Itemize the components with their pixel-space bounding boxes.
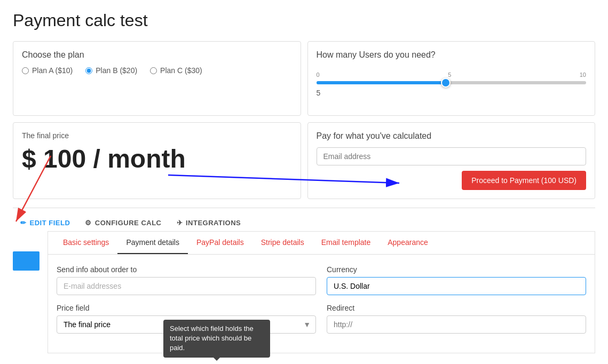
tab-paypal-details[interactable]: PayPal details <box>188 232 252 254</box>
pencil-icon: ✏ <box>20 219 27 227</box>
sidebar-stub <box>13 231 48 353</box>
plan-b-radio[interactable] <box>85 67 92 74</box>
redirect-group: Redirect <box>327 304 586 334</box>
users-panel-title: How many Users do you need? <box>317 50 587 60</box>
tab-basic-settings[interactable]: Basic settings <box>54 232 117 254</box>
plan-c-radio[interactable] <box>150 67 157 74</box>
price-field-label: Price field <box>57 304 316 312</box>
payment-panel: Pay for what you've calculated Proceed t… <box>307 122 596 199</box>
currency-group: Currency <box>327 265 586 295</box>
send-icon: ✈ <box>177 219 183 227</box>
slider-labels: 0 5 10 <box>317 72 587 78</box>
price-panel: The final price $ 100 / month <box>13 122 301 199</box>
price-field-group: Price field The final price ▼ Select whi… <box>57 304 316 334</box>
slider-container: 0 5 10 5 <box>317 66 587 102</box>
final-price-value: $ 100 / month <box>22 144 292 173</box>
tab-stripe-details[interactable]: Stripe details <box>252 232 313 254</box>
proceed-button[interactable]: Proceed to Payment (100 USD) <box>462 171 586 190</box>
send-info-input[interactable] <box>57 277 316 295</box>
redirect-input[interactable] <box>327 315 586 334</box>
plan-panel: Choose the plan Plan A ($10) Plan B ($20… <box>13 41 301 116</box>
tab-appearance[interactable]: Appearance <box>379 232 437 254</box>
configure-calc-button[interactable]: ⚙ CONFIGURE CALC <box>77 215 169 231</box>
page-container: Payment calc test Choose the plan Plan A… <box>0 0 608 364</box>
plan-a-radio[interactable] <box>22 67 29 74</box>
final-price-label: The final price <box>22 131 292 140</box>
slider-thumb[interactable] <box>441 78 451 88</box>
slider-track <box>317 81 587 84</box>
tooltip: Select which field holds the total price… <box>163 320 270 358</box>
edit-field-button[interactable]: ✏ EDIT FIELD <box>13 215 77 231</box>
plan-a-label[interactable]: Plan A ($10) <box>22 66 73 75</box>
send-info-label: Send info about order to <box>57 265 316 274</box>
toolbar: ✏ EDIT FIELD ⚙ CONFIGURE CALC ✈ INTEGRAT… <box>13 208 595 231</box>
payment-panel-title: Pay for what you've calculated <box>317 131 587 141</box>
plan-radio-group: Plan A ($10) Plan B ($20) Plan C ($30) <box>22 66 292 75</box>
plan-panel-title: Choose the plan <box>22 50 292 60</box>
slider-value: 5 <box>317 89 587 97</box>
page-title: Payment calc test <box>13 11 595 30</box>
gear-icon: ⚙ <box>85 219 92 227</box>
top-panels: Choose the plan Plan A ($10) Plan B ($20… <box>13 41 595 116</box>
users-panel: How many Users do you need? 0 5 10 5 <box>307 41 596 116</box>
currency-input[interactable] <box>327 277 586 295</box>
tab-bar: Basic settings Payment details PayPal de… <box>48 232 595 255</box>
integrations-button[interactable]: ✈ INTEGRATIONS <box>169 215 249 231</box>
plan-c-label[interactable]: Plan C ($30) <box>150 66 202 75</box>
bottom-panels: The final price $ 100 / month Pay for wh… <box>13 122 595 199</box>
currency-label: Currency <box>327 265 586 274</box>
payment-email-input[interactable] <box>317 147 587 165</box>
form-row-2: Price field The final price ▼ Select whi… <box>57 304 586 334</box>
tab-area: Basic settings Payment details PayPal de… <box>48 231 595 353</box>
sidebar-blue-button[interactable] <box>13 251 40 271</box>
plan-b-label[interactable]: Plan B ($20) <box>85 66 137 75</box>
tab-content: Send info about order to Currency Price … <box>48 255 595 353</box>
slider-fill <box>317 81 446 84</box>
form-row-1: Send info about order to Currency <box>57 265 586 295</box>
tab-email-template[interactable]: Email template <box>313 232 380 254</box>
send-info-group: Send info about order to <box>57 265 316 295</box>
tab-payment-details[interactable]: Payment details <box>117 232 188 254</box>
redirect-label: Redirect <box>327 304 586 312</box>
